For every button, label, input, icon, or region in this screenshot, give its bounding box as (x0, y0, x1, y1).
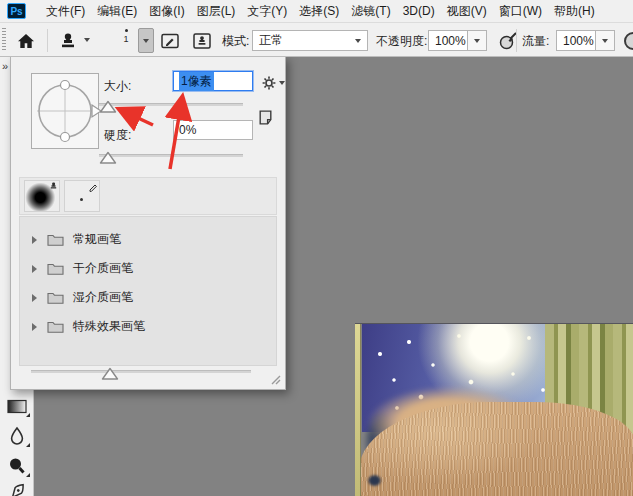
stamp-badge-icon (49, 182, 58, 191)
separator (47, 29, 48, 52)
pencil-brush-preset[interactable] (64, 180, 100, 212)
photoshop-window: Ps 文件(F) 编辑(E) 图像(I) 图层(L) 文字(Y) 选择(S) 滤… (0, 0, 633, 496)
clone-stamp-icon (58, 31, 78, 51)
menu-select[interactable]: 选择(S) (293, 0, 345, 22)
toggle-brush-settings-button[interactable] (158, 29, 182, 53)
size-slider-thumb[interactable] (99, 100, 117, 114)
new-preset-button[interactable] (257, 109, 274, 126)
tools-collapse-button[interactable]: » (2, 60, 7, 72)
options-bar-grip[interactable] (2, 28, 6, 52)
panel-resize-grip[interactable] (269, 373, 281, 385)
folder-icon (47, 233, 64, 246)
folder-row-special-effects[interactable]: 特殊效果画笔 (20, 312, 276, 341)
gradient-tool-button[interactable] (0, 393, 33, 419)
hardness-slider-track[interactable] (99, 154, 243, 157)
flow-input[interactable]: 100% (556, 30, 596, 51)
hardness-value: 0% (179, 123, 196, 137)
chevron-down-icon (474, 39, 480, 43)
menu-image[interactable]: 图像(I) (143, 0, 190, 22)
folder-label: 湿介质画笔 (73, 289, 133, 306)
folder-label: 特殊效果画笔 (73, 318, 145, 335)
ps-logo: Ps (7, 3, 26, 19)
menu-help[interactable]: 帮助(H) (548, 0, 601, 22)
brush-panel-icon (160, 31, 180, 51)
chevron-down-icon (279, 81, 285, 85)
menu-type[interactable]: 文字(Y) (241, 0, 293, 22)
size-input[interactable]: 1像素 (173, 71, 253, 91)
size-slider-track[interactable] (99, 103, 243, 106)
brush-size-number: 1 (118, 34, 134, 44)
chevron-right-icon (32, 294, 37, 302)
flow-dropdown-button[interactable] (596, 30, 615, 51)
menu-layer[interactable]: 图层(L) (191, 0, 242, 22)
preview-size-slider-track[interactable] (31, 370, 251, 373)
opacity-dropdown-button[interactable] (468, 30, 487, 51)
chevron-right-icon (32, 265, 37, 273)
menu-edit[interactable]: 编辑(E) (91, 0, 143, 22)
brush-angle-dial-icon (32, 74, 108, 148)
airbrush-icon (498, 31, 518, 51)
clone-stamp-tool-button[interactable] (56, 29, 80, 53)
brush-picker-toggle[interactable] (138, 28, 154, 53)
brush-preview[interactable]: 1 (118, 26, 134, 55)
menu-bar: Ps 文件(F) 编辑(E) 图像(I) 图层(L) 文字(Y) 选择(S) 滤… (0, 0, 633, 22)
chevron-down-icon (84, 38, 90, 42)
flow-value: 100% (563, 34, 594, 48)
opacity-label: 不透明度: (376, 33, 427, 50)
blur-tool-button[interactable] (0, 423, 33, 449)
canvas-paper-edge (355, 324, 361, 496)
chevron-down-icon (602, 39, 608, 43)
tool-preset-chevron[interactable] (84, 38, 90, 42)
opacity-input[interactable]: 100% (428, 30, 468, 51)
gear-icon (261, 75, 277, 91)
recent-brushes-strip (19, 177, 277, 215)
menu-view[interactable]: 视图(V) (441, 0, 493, 22)
menu-filter[interactable]: 滤镜(T) (345, 0, 396, 22)
options-bar: 1 模式: 正常 不透明度: 100% (0, 22, 633, 57)
hardness-input[interactable]: 0% (173, 120, 253, 140)
folder-icon (47, 291, 64, 304)
document-canvas[interactable] (355, 323, 633, 496)
hardness-label: 硬度: (104, 127, 131, 144)
gradient-icon (7, 398, 27, 415)
clone-source-icon (192, 31, 212, 51)
menu-window[interactable]: 窗口(W) (493, 0, 548, 22)
dodge-tool-button[interactable] (0, 453, 33, 479)
size-label: 大小: (104, 78, 131, 95)
hardness-slider-thumb[interactable] (99, 151, 117, 165)
opacity-value: 100% (435, 34, 466, 48)
folder-icon (47, 262, 64, 275)
flow-label: 流量: (522, 33, 549, 50)
clone-source-panel-button[interactable] (190, 29, 214, 53)
mode-value: 正常 (259, 32, 283, 49)
chevron-down-icon (143, 39, 149, 43)
menu-file[interactable]: 文件(F) (40, 0, 91, 22)
mode-select[interactable]: 正常 (252, 30, 368, 51)
folder-label: 干介质画笔 (73, 260, 133, 277)
menu-3d[interactable]: 3D(D) (397, 0, 441, 22)
panel-menu-button[interactable] (261, 75, 285, 91)
pen-tool-button[interactable] (0, 481, 33, 496)
pencil-badge-icon (88, 182, 98, 192)
ps-logo-text: Ps (10, 6, 22, 17)
brush-preset-popup: 大小: 1像素 硬度: 0% (10, 56, 286, 390)
preview-size-slider-thumb[interactable] (101, 367, 119, 381)
chevron-right-icon (32, 323, 37, 331)
arrow-to-size-slider (121, 110, 153, 125)
blur-drop-icon (8, 426, 26, 446)
soft-round-brush-preset[interactable] (24, 180, 60, 212)
dodge-icon (7, 456, 27, 476)
folder-row-wet-media[interactable]: 湿介质画笔 (20, 283, 276, 312)
smoothing-icon[interactable] (624, 32, 633, 50)
brush-angle-control[interactable] (31, 73, 99, 149)
folder-row-dry-media[interactable]: 干介质画笔 (20, 254, 276, 283)
brush-folder-list: 常规画笔 干介质画笔 湿介质画笔 特殊效 (19, 216, 277, 366)
mode-label: 模式: (222, 33, 249, 50)
folder-row-general[interactable]: 常规画笔 (20, 225, 276, 254)
chevron-down-icon (355, 39, 361, 43)
separator (516, 29, 517, 52)
flyout-corner-icon (26, 473, 30, 477)
home-button[interactable] (14, 29, 38, 53)
home-icon (16, 31, 36, 51)
flyout-corner-icon (26, 413, 30, 417)
